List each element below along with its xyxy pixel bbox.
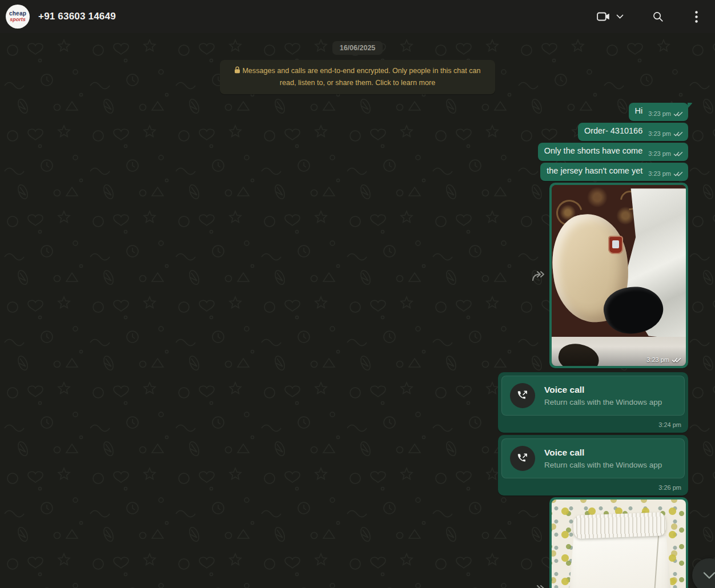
delivered-ticks-icon xyxy=(673,151,683,157)
voice-call-title: Voice call xyxy=(544,385,662,395)
message-time: 3:24 pm xyxy=(501,416,685,432)
message-text: Order- 4310166 xyxy=(584,126,642,135)
forward-icon[interactable] xyxy=(531,270,546,281)
photo-crest-badge xyxy=(608,236,623,254)
message-time: 3:23 pm xyxy=(648,130,671,137)
chevron-down-icon xyxy=(703,571,715,579)
avatar-logo-text: cheap xyxy=(9,11,26,17)
voice-call-icon xyxy=(510,383,535,408)
search-button[interactable] xyxy=(646,6,669,27)
video-call-icon xyxy=(596,9,611,24)
menu-button[interactable] xyxy=(686,6,706,27)
lock-icon xyxy=(234,66,240,74)
photo-white-shorts xyxy=(561,532,679,588)
message-photo-package[interactable]: 3:23 pm xyxy=(552,185,686,366)
message-time: 3:23 pm xyxy=(648,170,671,177)
chat-message-area: 16/06/2025 Messages and calls are end-to… xyxy=(0,33,715,588)
delivered-ticks-icon xyxy=(673,131,683,137)
search-icon xyxy=(652,10,664,23)
message-list: 16/06/2025 Messages and calls are end-to… xyxy=(0,33,715,588)
outgoing-image-message[interactable]: 3:23 pm xyxy=(549,183,688,368)
chat-header: cheap sports +91 63603 14649 xyxy=(0,0,715,33)
avatar-logo-text: sports xyxy=(10,17,26,22)
forward-icon[interactable] xyxy=(531,584,546,588)
message-time: 3:26 pm xyxy=(501,478,685,494)
outgoing-message-bubble[interactable]: Order- 43101663:23 pm xyxy=(578,123,688,141)
message-row: Only the shorts have come3:23 pm xyxy=(538,143,688,161)
voice-call-message[interactable]: Voice call Return calls with the Windows… xyxy=(498,435,688,496)
whatsapp-chat-window: cheap sports +91 63603 14649 xyxy=(0,0,715,588)
voice-call-message[interactable]: Voice call Return calls with the Windows… xyxy=(498,372,688,433)
menu-kebab-icon xyxy=(695,11,698,23)
voice-call-texts: Voice call Return calls with the Windows… xyxy=(544,385,662,406)
delivered-ticks-icon xyxy=(673,171,683,177)
encryption-notice-text: Messages and calls are end-to-end encryp… xyxy=(242,67,480,87)
message-row xyxy=(549,497,688,588)
voice-call-card[interactable]: Voice call Return calls with the Windows… xyxy=(501,438,685,478)
message-text: the jersey hasn't come yet xyxy=(547,166,642,175)
chat-title-phone-number[interactable]: +91 63603 14649 xyxy=(38,11,116,22)
image-meta: 3:23 pm xyxy=(646,356,681,363)
message-row: 3:23 pm xyxy=(549,183,688,368)
delivered-ticks-icon xyxy=(673,111,683,117)
voice-call-card[interactable]: Voice call Return calls with the Windows… xyxy=(501,376,685,416)
date-divider: 16/06/2025 xyxy=(332,41,383,55)
voice-call-texts: Voice call Return calls with the Windows… xyxy=(544,448,662,469)
chevron-down-icon xyxy=(616,14,624,19)
outgoing-message-bubble[interactable]: Only the shorts have come3:23 pm xyxy=(538,143,688,161)
message-time: 3:23 pm xyxy=(648,110,671,117)
message-text: Only the shorts have come xyxy=(544,146,642,155)
header-actions xyxy=(591,6,706,27)
message-time: 3:23 pm xyxy=(646,356,669,363)
message-photo-shorts[interactable] xyxy=(552,500,686,588)
outgoing-image-message[interactable] xyxy=(549,497,688,588)
outgoing-message-bubble[interactable]: Hi3:23 pm xyxy=(629,103,688,121)
outgoing-message-bubble[interactable]: the jersey hasn't come yet3:23 pm xyxy=(540,163,688,181)
delivered-ticks-icon xyxy=(672,357,681,363)
voice-call-subtitle: Return calls with the Windows app xyxy=(544,398,662,406)
message-row: Voice call Return calls with the Windows… xyxy=(498,372,688,433)
voice-call-title: Voice call xyxy=(544,448,662,458)
photo-shorts-waistband xyxy=(573,512,666,539)
message-row: Order- 43101663:23 pm xyxy=(578,123,688,141)
encryption-notice[interactable]: Messages and calls are end-to-end encryp… xyxy=(220,60,495,94)
video-call-button[interactable] xyxy=(591,6,629,27)
contact-avatar[interactable]: cheap sports xyxy=(6,5,30,29)
voice-call-subtitle: Return calls with the Windows app xyxy=(544,461,662,469)
message-time: 3:23 pm xyxy=(648,150,671,157)
message-row: Hi3:23 pm xyxy=(629,103,688,121)
message-row: the jersey hasn't come yet3:23 pm xyxy=(540,163,688,181)
message-row: Voice call Return calls with the Windows… xyxy=(498,435,688,496)
message-text: Hi xyxy=(635,106,643,115)
voice-call-icon xyxy=(510,446,535,471)
